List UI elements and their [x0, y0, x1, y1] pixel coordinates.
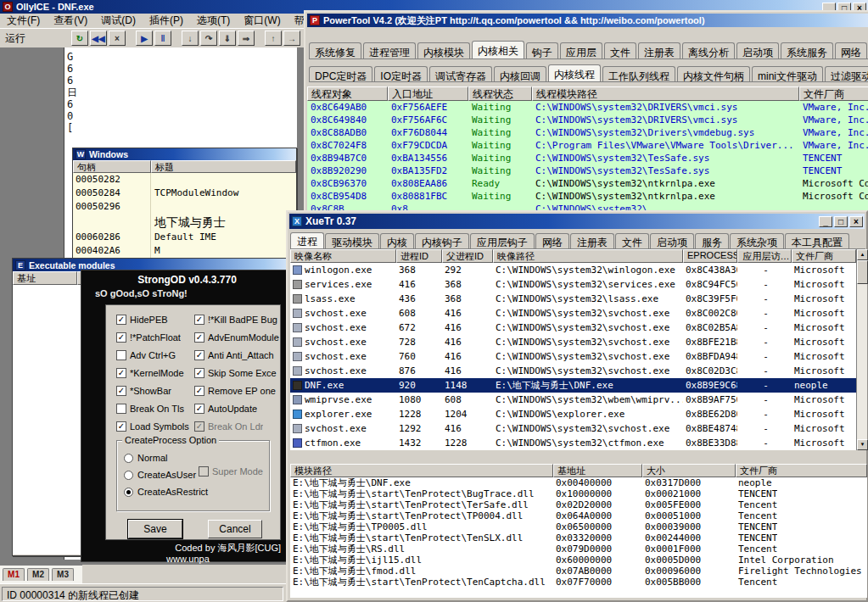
- sub-tab-8[interactable]: 过滤驱动: [825, 66, 868, 82]
- powertool-titlebar[interactable]: P PowerTool V4.2 (欢迎关注PT http://t.qq.com…: [307, 14, 868, 27]
- checkbox-row[interactable]: ✓*KernelMode: [116, 364, 194, 382]
- checkbox-row[interactable]: ✓Skip Some Exce: [194, 364, 280, 382]
- main-tab-9[interactable]: 启动项: [736, 42, 779, 59]
- radio-button[interactable]: [124, 488, 133, 497]
- bottom-tab[interactable]: M1: [3, 568, 25, 581]
- checkbox-row[interactable]: ✓!*Kill BadPE Bug: [194, 310, 280, 328]
- main-tab-5[interactable]: 应用层: [560, 42, 602, 59]
- step-into-icon[interactable]: ↓: [182, 31, 199, 46]
- step-back-icon[interactable]: ◀◀: [90, 31, 107, 46]
- checkbox[interactable]: ✓: [194, 404, 204, 414]
- checkbox[interactable]: ✓: [116, 386, 126, 396]
- checkbox-row[interactable]: ✓AutoUpdate: [194, 399, 280, 417]
- column-header[interactable]: 应用层访…: [737, 249, 792, 263]
- sub-tab-0[interactable]: DPC定时器: [309, 66, 372, 82]
- process-row[interactable]: lsass.exe436368C:\WINDOWS\system32\lsass…: [290, 292, 856, 306]
- process-row[interactable]: svchost.exe1292416C:\WINDOWS\system32\sv…: [290, 421, 856, 436]
- module-row[interactable]: E:\地下城与勇士\start\TenProtect\BugTrace.dll0…: [290, 488, 867, 499]
- column-header[interactable]: 基地址: [553, 464, 642, 477]
- process-row[interactable]: svchost.exe876416C:\WINDOWS\system32\svc…: [290, 364, 856, 378]
- column-header[interactable]: 线程状态: [468, 86, 532, 101]
- menu-item[interactable]: 调试(D): [94, 14, 143, 28]
- column-header[interactable]: 文件厂商: [736, 464, 867, 477]
- checkbox-row[interactable]: ✓Load Symbols: [116, 417, 194, 435]
- checkbox-row[interactable]: ✓Anti Anti_Attach: [194, 346, 280, 364]
- window-list-row[interactable]: 00050282: [73, 173, 296, 187]
- main-tab-0[interactable]: 系统修复: [309, 42, 361, 59]
- column-header[interactable]: 父进程ID: [442, 249, 493, 263]
- module-row[interactable]: E:\地下城与勇士\start\TenProtect\TP0004.dll0x0…: [290, 510, 867, 521]
- sub-tab-3[interactable]: 内核回调: [494, 66, 546, 82]
- column-header[interactable]: 线程模块路径: [532, 86, 799, 101]
- main-tab-11[interactable]: 网络: [835, 42, 867, 59]
- thread-row[interactable]: 0x8B9202900xBA135FD2WaitingC:\WINDOWS\sy…: [307, 164, 868, 177]
- checkbox[interactable]: ✓: [194, 332, 204, 343]
- main-tab-6[interactable]: 文件: [604, 42, 636, 59]
- process-row[interactable]: explorer.exe12281204C:\WINDOWS\explorer.…: [290, 407, 856, 421]
- xuetr-tab-5[interactable]: 网络: [535, 233, 569, 249]
- column-header[interactable]: 入口地址: [388, 86, 468, 101]
- process-row[interactable]: svchost.exe728416C:\WINDOWS\system32\svc…: [290, 335, 856, 349]
- pause-icon[interactable]: ‖: [154, 31, 171, 46]
- xuetr-tab-9[interactable]: 服务: [695, 233, 729, 249]
- checkbox-row[interactable]: ✓HidePEB: [116, 310, 194, 328]
- thread-row[interactable]: 0x8C7024F80xF79CDCDAWaitingC:\Program Fi…: [307, 139, 868, 152]
- window-list-row[interactable]: 000402A6M: [73, 244, 296, 258]
- column-header-base[interactable]: 基址: [13, 271, 77, 285]
- checkbox[interactable]: ✓: [194, 350, 204, 360]
- process-row[interactable]: winlogon.exe368292C:\WINDOWS\system32\wi…: [290, 263, 856, 277]
- scroll-up-icon[interactable]: ▲: [857, 249, 868, 260]
- minimize-button[interactable]: _: [819, 216, 832, 227]
- column-header[interactable]: 大小: [642, 464, 736, 477]
- checkbox-row[interactable]: Adv Ctrl+G: [116, 346, 194, 364]
- menu-item[interactable]: 窗口(W): [237, 14, 287, 28]
- checkbox-row[interactable]: Break On Tls: [116, 399, 194, 417]
- checkbox[interactable]: ✓: [116, 368, 126, 378]
- process-row[interactable]: ctfmon.exe14321228C:\WINDOWS\system32\ct…: [290, 436, 856, 450]
- xuetr-tab-2[interactable]: 内核: [380, 233, 414, 249]
- sub-tab-2[interactable]: 调试寄存器: [429, 66, 492, 82]
- column-header[interactable]: 映像名称: [290, 249, 396, 263]
- run-icon[interactable]: ▶: [136, 31, 153, 46]
- checkbox-row[interactable]: ✓Break On Ldr: [194, 417, 280, 435]
- column-header[interactable]: 文件厂商: [799, 86, 868, 101]
- thread-row[interactable]: 0x8CB954D80x80881FBCWaitingC:\WINDOWS\sy…: [307, 190, 868, 203]
- radio-button[interactable]: [124, 471, 133, 480]
- restart-icon[interactable]: ↻: [71, 31, 88, 46]
- xuetr-tab-7[interactable]: 文件: [615, 233, 649, 249]
- module-row[interactable]: E:\地下城与勇士\start\TenProtect\TenSLX.dll0x0…: [290, 532, 867, 543]
- column-header[interactable]: 映像路径: [493, 249, 683, 263]
- module-row[interactable]: E:\地下城与勇士\start\TenProtect\TenCaptcha.dl…: [290, 577, 867, 588]
- sub-tab-6[interactable]: 内核文件句柄: [677, 66, 750, 82]
- process-row[interactable]: DNF.exe9201148E:\地下城与勇士\DNF.exe0x8B9E9C6…: [290, 378, 856, 393]
- main-tab-10[interactable]: 系统服务: [781, 42, 833, 59]
- close-button[interactable]: ×: [849, 216, 863, 227]
- checkbox[interactable]: ✓: [194, 315, 204, 325]
- checkbox-row[interactable]: ✓*ShowBar: [116, 382, 194, 399]
- scroll-thumb[interactable]: [857, 260, 868, 284]
- main-tab-4[interactable]: 钩子: [526, 42, 558, 59]
- scroll-down-icon[interactable]: ▼: [857, 439, 868, 450]
- thread-row[interactable]: 0x8C88ADB00xF76D8044WaitingC:\WINDOWS\sy…: [307, 126, 868, 139]
- checkbox[interactable]: ✓: [194, 421, 204, 432]
- xuetr-tab-1[interactable]: 驱动模块: [325, 233, 379, 249]
- windows-list-titlebar[interactable]: W Windows: [73, 148, 296, 160]
- window-list-row[interactable]: 地下城与勇士: [73, 214, 296, 231]
- radio-button[interactable]: [124, 454, 133, 463]
- sub-tab-4[interactable]: 内核线程: [548, 64, 601, 82]
- sub-tab-7[interactable]: mini文件驱动: [752, 66, 823, 82]
- process-row[interactable]: svchost.exe608416C:\WINDOWS\system32\svc…: [290, 306, 856, 321]
- menu-item[interactable]: 文件(F): [0, 14, 47, 28]
- xuetr-tab-6[interactable]: 注册表: [570, 233, 614, 249]
- bottom-tab[interactable]: M3: [52, 568, 74, 581]
- xuetr-tab-3[interactable]: 内核钩子: [415, 233, 469, 249]
- xuetr-titlebar[interactable]: X XueTr 0.37: [289, 214, 865, 229]
- checkbox[interactable]: ✓: [116, 332, 126, 343]
- thread-row[interactable]: 0x8B94B7C00xBA134556WaitingC:\WINDOWS\sy…: [307, 152, 868, 164]
- column-header[interactable]: EPROCESS: [683, 249, 737, 263]
- animate-into-icon[interactable]: ⇓: [219, 31, 236, 46]
- window-list-row[interactable]: 00050296: [73, 200, 296, 214]
- main-tab-1[interactable]: 进程管理: [363, 42, 416, 59]
- checkbox-row[interactable]: ✓Remove EP one: [194, 382, 280, 399]
- until-return-icon[interactable]: ↑: [265, 31, 282, 46]
